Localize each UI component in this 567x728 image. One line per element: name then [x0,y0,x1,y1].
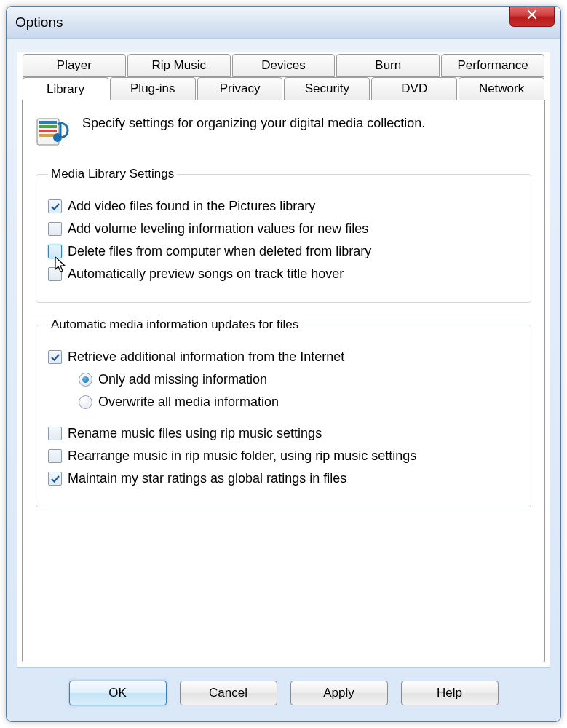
checkbox-label: Add video files found in the Pictures li… [68,199,315,214]
checkbox-add-video-files[interactable] [48,199,62,213]
checkbox-label: Add volume leveling information values f… [68,221,368,237]
checkbox-add-volume-leveling[interactable] [48,222,62,236]
checkbox-auto-preview[interactable] [48,267,62,281]
tab-rip-music[interactable]: Rip Music [127,54,231,77]
checkbox-label: Delete files from computer when deleted … [68,244,371,259]
option-overwrite-all: Overwrite all media information [79,395,519,410]
checkbox-rename-files[interactable] [48,427,62,440]
checkbox-delete-files[interactable] [48,245,62,258]
option-only-add-missing: Only add missing information [79,372,519,387]
checkbox-retrieve-info[interactable] [48,350,62,364]
tab-security[interactable]: Security [284,77,370,100]
tabstrip: Player Rip Music Devices Burn Performanc… [17,52,550,100]
help-button[interactable]: Help [401,681,499,705]
titlebar: Options [7,7,560,39]
tab-network[interactable]: Network [459,77,544,100]
tab-burn[interactable]: Burn [336,54,440,77]
options-dialog: Options Player Rip Music Devices Burn Pe… [6,6,561,722]
checkbox-label: Rearrange music in rip music folder, usi… [68,448,416,464]
checkbox-rearrange-music[interactable] [48,449,62,463]
tab-panel-library: Specify settings for organizing your dig… [22,100,545,662]
cancel-button[interactable]: Cancel [180,681,277,705]
checkbox-label: Maintain my star ratings as global ratin… [68,471,346,486]
tab-plug-ins[interactable]: Plug-ins [110,77,196,100]
apply-button[interactable]: Apply [290,681,388,705]
svg-rect-2 [39,125,57,128]
checkbox-label: Rename music files using rip music setti… [68,426,322,441]
option-maintain-ratings: Maintain my star ratings as global ratin… [48,471,519,486]
tab-dvd[interactable]: DVD [371,77,457,100]
option-add-video-files: Add video files found in the Pictures li… [48,199,519,214]
checkbox-label: Automatically preview songs on track tit… [68,266,344,282]
option-delete-files: Delete files from computer when deleted … [48,244,519,259]
group-automatic-updates: Automatic media information updates for … [36,317,531,507]
ok-button[interactable]: OK [69,681,167,705]
svg-rect-3 [39,130,57,132]
window-title: Options [15,15,63,31]
checkbox-label: Retrieve additional information from the… [68,349,344,365]
radio-only-add-missing[interactable] [79,373,92,387]
tab-player[interactable]: Player [23,54,126,77]
group-legend: Automatic media information updates for … [48,317,301,332]
media-library-icon [36,114,71,149]
content-area: Player Rip Music Devices Burn Performanc… [17,52,550,668]
dialog-button-bar: OK Cancel Apply Help [17,681,550,710]
close-icon [526,9,538,24]
option-retrieve-info: Retrieve additional information from the… [48,349,519,365]
tab-performance[interactable]: Performance [441,54,544,77]
panel-header: Specify settings for organizing your dig… [36,114,531,149]
panel-header-text: Specify settings for organizing your dig… [82,114,425,131]
tab-library[interactable]: Library [23,77,108,102]
group-media-library-settings: Media Library Settings Add video files f… [36,167,531,303]
radio-label: Only add missing information [98,372,267,387]
svg-rect-1 [39,121,57,124]
option-rearrange-music: Rearrange music in rip music folder, usi… [48,448,519,464]
checkbox-maintain-ratings[interactable] [48,472,62,486]
option-rename-files: Rename music files using rip music setti… [48,426,519,441]
tab-devices[interactable]: Devices [232,54,336,77]
group-legend: Media Library Settings [48,167,177,181]
option-auto-preview: Automatically preview songs on track tit… [48,266,519,282]
tab-privacy[interactable]: Privacy [197,77,283,100]
radio-label: Overwrite all media information [98,395,279,410]
radio-overwrite-all[interactable] [79,395,92,409]
option-add-volume-leveling: Add volume leveling information values f… [48,221,519,237]
close-button[interactable] [509,7,555,27]
